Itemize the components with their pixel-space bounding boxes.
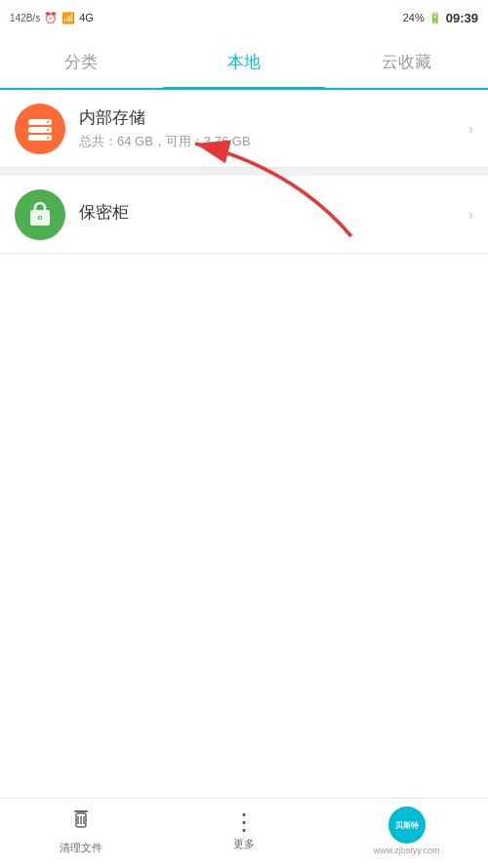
chevron-icon: › (468, 120, 473, 138)
list-item-internal-storage[interactable]: 内部存储 总共：64 GB，可用：3.76 GB › (0, 90, 488, 168)
nav-more[interactable]: ⋮ 更多 (163, 810, 326, 851)
content-area: 内部存储 总共：64 GB，可用：3.76 GB › 保密柜 › (0, 90, 488, 254)
logo-url: www.zjbstyy.com (374, 846, 440, 855)
safe-icon (15, 189, 65, 240)
tab-bar: 分类 本地 云收藏 (0, 35, 488, 90)
svg-point-3 (47, 120, 50, 123)
logo-icon: 贝斯特 (388, 806, 426, 844)
svg-rect-10 (74, 810, 88, 812)
nav-clean-files[interactable]: 清理文件 (0, 806, 163, 855)
time-display: 09:39 (446, 11, 478, 25)
svg-point-5 (47, 136, 50, 139)
svg-point-4 (47, 128, 50, 131)
network-speed: 142B/s (10, 13, 40, 23)
storage-icon (15, 103, 65, 154)
battery-icon: 🔋 (428, 12, 442, 24)
battery-level: 24% (403, 12, 425, 23)
alarm-icon: ⏰ (44, 12, 58, 24)
bottom-nav: 清理文件 ⋮ 更多 贝斯特 www.zjbstyy.com (0, 798, 488, 868)
list-item-safe-box[interactable]: 保密柜 › (0, 176, 488, 254)
site-logo: 贝斯特 www.zjbstyy.com (325, 806, 488, 855)
tab-category[interactable]: 分类 (0, 35, 163, 88)
clean-files-label: 清理文件 (60, 841, 102, 855)
storage-subtitle: 总共：64 GB，可用：3.76 GB (79, 133, 468, 150)
safe-text: 保密柜 (79, 201, 468, 227)
signal-icon: 4G (79, 12, 94, 23)
storage-text: 内部存储 总共：64 GB，可用：3.76 GB (79, 106, 468, 150)
storage-title: 内部存储 (79, 106, 468, 129)
more-icon: ⋮ (232, 810, 256, 834)
safe-title: 保密柜 (79, 201, 468, 224)
chevron-icon-safe: › (468, 206, 473, 224)
status-bar: 142B/s ⏰ 📶 4G 24% 🔋 09:39 (0, 0, 488, 35)
status-left: 142B/s ⏰ 📶 4G (10, 12, 94, 24)
wifi-icon: 📶 (61, 12, 75, 24)
tab-local[interactable]: 本地 (163, 35, 326, 88)
separator (0, 168, 488, 176)
tab-cloud[interactable]: 云收藏 (325, 35, 488, 88)
svg-point-8 (39, 216, 41, 218)
more-label: 更多 (233, 837, 255, 851)
status-right: 24% 🔋 09:39 (403, 11, 478, 25)
clean-files-icon (68, 806, 94, 838)
